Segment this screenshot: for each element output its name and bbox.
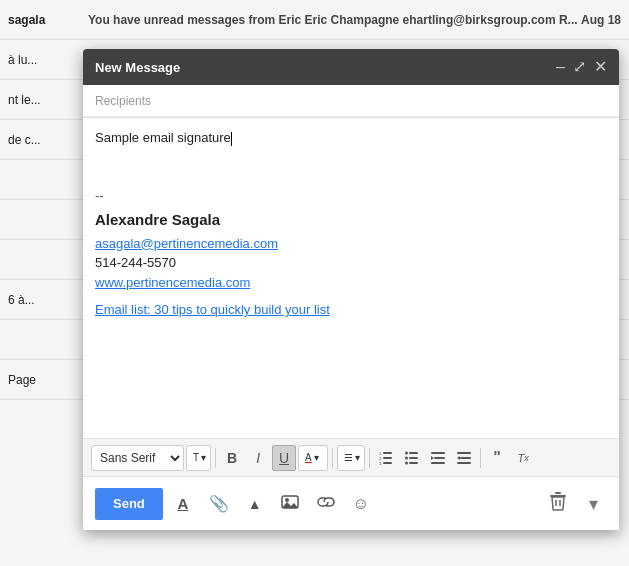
sig-website-wrap: www.pertinencemedia.com xyxy=(95,273,607,293)
compose-body[interactable]: Sample email signature -- Alexandre Saga… xyxy=(83,118,619,438)
compose-formatting-toolbar: Sans Serif Serif Monospace T ▾ B I U A ▾… xyxy=(83,438,619,476)
attach-button[interactable]: 📎 xyxy=(203,488,235,520)
body-text: Sample email signature xyxy=(95,128,607,148)
underline-button[interactable]: U xyxy=(272,445,296,471)
bg-row-0: sagala You have unread messages from Eri… xyxy=(0,0,629,40)
font-size-dropdown[interactable]: T ▾ xyxy=(186,445,211,471)
bg-subject-0: You have unread messages from Eric Eric … xyxy=(88,13,581,27)
recipients-label: Recipients xyxy=(95,94,165,108)
indent-less-button[interactable] xyxy=(426,445,450,471)
align-icon: ☰ xyxy=(344,452,353,463)
svg-rect-16 xyxy=(457,452,471,454)
maximize-button[interactable]: ⤢ xyxy=(573,59,586,75)
drive-button[interactable]: ▲ xyxy=(241,488,269,520)
formatting-toggle-button[interactable]: A xyxy=(169,488,197,520)
svg-text:3.: 3. xyxy=(379,461,382,465)
link-button[interactable] xyxy=(311,488,341,520)
toolbar-sep-3 xyxy=(369,448,370,468)
sig-phone: 514-244-5570 xyxy=(95,253,607,273)
compose-fields: Recipients xyxy=(83,85,619,118)
recipients-row: Recipients xyxy=(83,85,619,117)
text-color-dropdown[interactable]: A ▾ xyxy=(298,445,328,471)
recipients-input[interactable] xyxy=(165,93,607,108)
photo-button[interactable] xyxy=(275,488,305,520)
sig-website-link[interactable]: www.pertinencemedia.com xyxy=(95,273,607,293)
svg-rect-1 xyxy=(383,457,392,459)
svg-rect-2 xyxy=(383,462,392,464)
font-size-label: T xyxy=(193,452,199,463)
emoji-button[interactable]: ☺ xyxy=(347,488,375,520)
svg-marker-22 xyxy=(282,502,298,508)
align-chevron: ▾ xyxy=(355,452,360,463)
compose-window: New Message – ⤢ ✕ Recipients Sample emai… xyxy=(83,49,619,530)
compose-title: New Message xyxy=(95,60,180,75)
svg-rect-13 xyxy=(434,457,445,459)
indent-more-button[interactable] xyxy=(452,445,476,471)
svg-rect-24 xyxy=(555,492,561,494)
sig-separator: -- xyxy=(95,186,607,206)
delete-icon xyxy=(549,491,567,516)
text-cursor xyxy=(231,132,232,146)
drive-icon: ▲ xyxy=(248,496,262,512)
toolbar-sep-4 xyxy=(480,448,481,468)
compose-titlebar: New Message – ⤢ ✕ xyxy=(83,49,619,85)
photo-icon xyxy=(281,494,299,513)
svg-rect-6 xyxy=(409,452,418,454)
svg-rect-0 xyxy=(383,452,392,454)
align-dropdown[interactable]: ☰ ▾ xyxy=(337,445,365,471)
italic-button[interactable]: I xyxy=(246,445,270,471)
bg-sender-9: Page xyxy=(8,373,88,387)
svg-marker-19 xyxy=(457,456,460,460)
toolbar-sep-2 xyxy=(332,448,333,468)
send-button[interactable]: Send xyxy=(95,488,163,520)
sig-link-wrap: Email list: 30 tips to quickly build you… xyxy=(95,300,607,320)
svg-point-10 xyxy=(405,456,408,459)
toolbar-sep-1 xyxy=(215,448,216,468)
sig-name: Alexandre Sagala xyxy=(95,209,607,232)
more-options-button[interactable]: ▾ xyxy=(579,488,607,520)
formatting-icon: A xyxy=(177,495,188,512)
svg-rect-17 xyxy=(460,457,471,459)
more-icon: ▾ xyxy=(589,493,598,515)
bg-date-0: Aug 18 xyxy=(581,13,621,27)
font-size-chevron: ▾ xyxy=(201,452,206,463)
svg-marker-15 xyxy=(431,456,434,460)
sig-email-wrap: asagala@pertinencemedia.com xyxy=(95,234,607,254)
bg-sender-1: à lu... xyxy=(8,53,88,67)
svg-rect-12 xyxy=(431,452,445,454)
bold-button[interactable]: B xyxy=(220,445,244,471)
unordered-list-button[interactable] xyxy=(400,445,424,471)
bg-sender-7: 6 à... xyxy=(8,293,88,307)
sig-email-list-link[interactable]: Email list: 30 tips to quickly build you… xyxy=(95,302,330,317)
bg-sender-0: sagala xyxy=(8,13,88,27)
svg-point-9 xyxy=(405,451,408,454)
text-color-chevron: ▾ xyxy=(314,452,319,463)
close-button[interactable]: ✕ xyxy=(594,59,607,75)
remove-format-button[interactable]: Tx xyxy=(511,445,535,471)
blockquote-button[interactable]: " xyxy=(485,445,509,471)
svg-rect-8 xyxy=(409,462,418,464)
attach-icon: 📎 xyxy=(209,494,229,513)
bg-sender-3: de c... xyxy=(8,133,88,147)
font-family-select[interactable]: Sans Serif Serif Monospace xyxy=(91,445,184,471)
svg-rect-14 xyxy=(431,462,445,464)
svg-point-21 xyxy=(285,498,289,502)
emoji-icon: ☺ xyxy=(353,495,369,513)
svg-rect-18 xyxy=(457,462,471,464)
delete-draft-button[interactable] xyxy=(543,488,573,520)
link-icon xyxy=(317,495,335,512)
compose-bottombar: Send A 📎 ▲ xyxy=(83,476,619,530)
ordered-list-button[interactable]: 1. 2. 3. xyxy=(374,445,398,471)
titlebar-controls: – ⤢ ✕ xyxy=(556,59,607,75)
bg-sender-2: nt le... xyxy=(8,93,88,107)
minimize-button[interactable]: – xyxy=(556,59,565,75)
text-color-label: A xyxy=(305,452,312,463)
svg-point-11 xyxy=(405,461,408,464)
svg-rect-7 xyxy=(409,457,418,459)
sig-email-link[interactable]: asagala@pertinencemedia.com xyxy=(95,236,278,251)
